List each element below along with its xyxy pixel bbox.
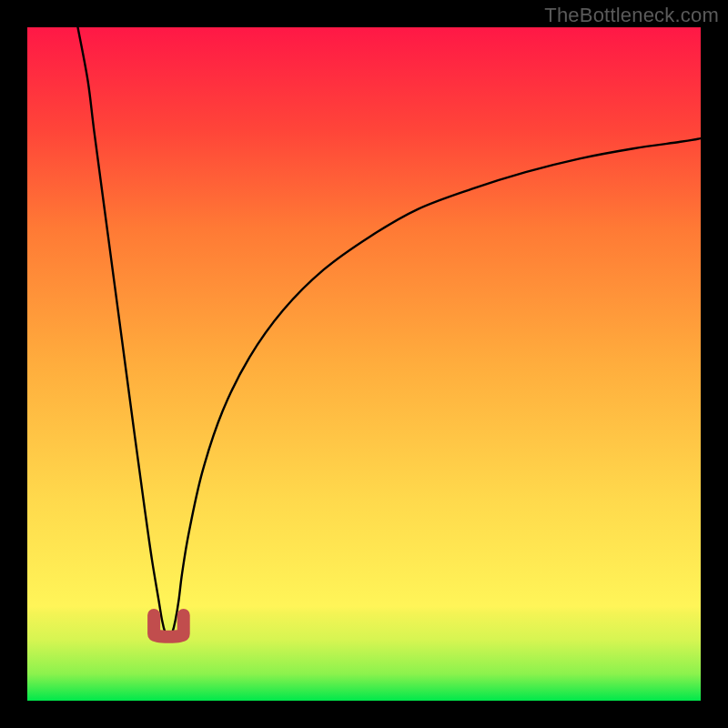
watermark-text: TheBottleneck.com	[544, 4, 719, 27]
chart-frame: TheBottleneck.com	[0, 0, 728, 728]
chart-svg	[27, 27, 701, 701]
chart-plot-area	[27, 27, 701, 701]
chart-background	[27, 27, 701, 701]
